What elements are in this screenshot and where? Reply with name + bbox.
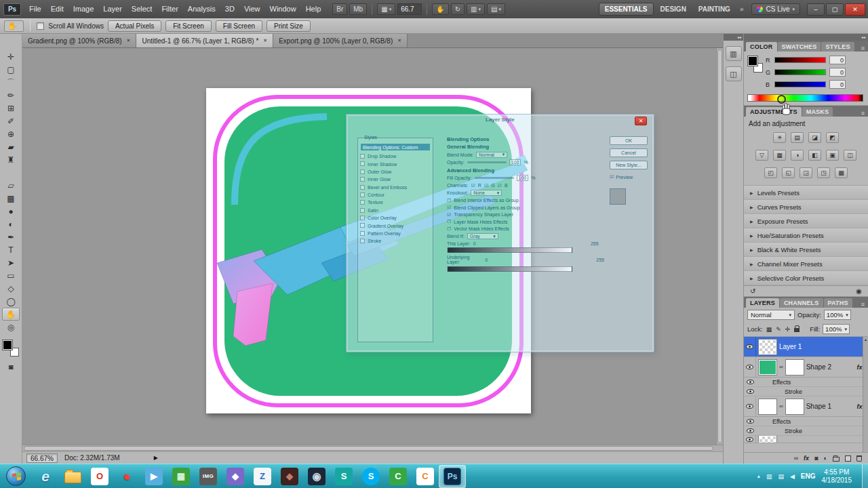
effects-row[interactable]: Effects [744, 417, 868, 426]
style-item[interactable]: Pattern Overlay [358, 230, 433, 237]
lock-all-icon[interactable] [794, 328, 800, 332]
scrollbar-thumb[interactable] [24, 446, 713, 451]
visibility-toggle[interactable] [744, 436, 756, 443]
blend-mode-dropdown[interactable]: Normal▾ [747, 310, 795, 320]
menu-analysis[interactable]: Analysis [183, 0, 220, 18]
style-item[interactable]: Outer Glow [358, 168, 433, 176]
action-center-icon[interactable]: ▥ [766, 473, 772, 480]
channel-b-checkbox[interactable]: ☑ [498, 183, 502, 188]
layer-row-shape-1[interactable]: ∞ Shape 1 fx▴ [744, 396, 868, 417]
start-button[interactable] [6, 466, 26, 486]
style-item-selected[interactable]: Blending Options: Custom [361, 144, 430, 150]
history-brush-tool[interactable] [2, 166, 20, 179]
current-tool-well[interactable]: ✋▾ [4, 20, 24, 32]
foreground-color-swatch[interactable] [748, 56, 757, 66]
rotate-view-button[interactable]: ↻ [451, 3, 465, 15]
network-icon[interactable]: ▤ [778, 473, 784, 480]
green-c-app-icon[interactable]: C [384, 465, 412, 488]
tab-export-png[interactable]: Export.png @ 100% (Layer 0, RGB/8) ✕ [273, 34, 408, 47]
red-slider[interactable] [774, 57, 826, 63]
vector-mask-thumbnail[interactable] [786, 399, 804, 414]
photo-filter-icon[interactable]: ▣ [826, 150, 839, 161]
layer-thumbnail[interactable] [759, 360, 776, 375]
horizontal-scrollbar[interactable] [22, 445, 723, 451]
transparency-shapes-checkbox[interactable]: ☑ [447, 212, 451, 218]
spot-healing-brush-tool[interactable]: ⊕ [2, 127, 20, 140]
blue-value[interactable]: 0 [829, 80, 846, 89]
skype-icon[interactable]: S [357, 465, 384, 488]
fx-badge[interactable]: fx [856, 403, 862, 410]
underlying-layer-gradient-slider[interactable] [447, 266, 572, 272]
tab-masks[interactable]: MASKS [802, 107, 833, 117]
purple-app-icon[interactable]: ◆ [222, 465, 249, 488]
layer-style-dialog[interactable]: Layer Style ✕ Styles Blending Options: C… [346, 114, 654, 352]
visibility-toggle[interactable] [744, 417, 756, 426]
channel-mixer-icon[interactable]: ◫ [844, 150, 856, 161]
menu-3d[interactable]: 3D [220, 0, 239, 18]
explorer-folder-icon[interactable] [59, 465, 86, 488]
actual-pixels-button[interactable]: Actual Pixels [108, 20, 161, 32]
this-layer-gradient-slider[interactable] [447, 247, 572, 253]
zoom-level-field[interactable]: 66.7 [397, 3, 422, 15]
vibrance-icon[interactable]: ▽ [755, 150, 768, 161]
path-selection-tool[interactable]: ➤ [2, 256, 20, 269]
show-hidden-icons-button[interactable]: ▴ [757, 473, 760, 479]
tab-untitled-1[interactable]: Untitled-1 @ 66.7% (Layer 1, RGB/8) * ✕ [136, 34, 273, 47]
levels-presets-item[interactable]: ▶Levels Presets [744, 186, 868, 200]
gradient-tool[interactable]: ▩ [2, 192, 20, 205]
tab-channels[interactable]: CHANNELS [780, 298, 823, 308]
brightness-contrast-icon[interactable]: ☀ [773, 132, 786, 143]
panel-menu-icon[interactable]: ≡ [858, 45, 868, 52]
scroll-all-windows-checkbox[interactable] [37, 22, 44, 30]
menu-filter[interactable]: Filter [157, 0, 182, 18]
visibility-toggle[interactable] [744, 378, 756, 386]
curves-presets-item[interactable]: ▶Curves Presets [744, 200, 868, 214]
hue-saturation-icon[interactable]: ▦ [773, 150, 786, 161]
eyedropper-tool[interactable]: ✐ [2, 115, 20, 127]
menu-edit[interactable]: Edit [46, 0, 68, 18]
add-layer-mask-icon[interactable]: ◙ [814, 455, 818, 462]
canvas-viewport[interactable]: Layer Style ✕ Styles Blending Options: C… [22, 48, 723, 445]
media-player-icon[interactable]: ▶ [140, 465, 167, 488]
fill-opacity-value[interactable]: 100 [517, 175, 529, 181]
tab-color[interactable]: COLOR [746, 42, 777, 52]
status-menu-arrow-icon[interactable]: ▶ [154, 455, 158, 461]
style-item[interactable]: Inner Shadow [358, 160, 433, 167]
quick-selection-tool[interactable]: ✏ [2, 89, 20, 102]
menu-image[interactable]: Image [68, 0, 99, 18]
teal-s-app-icon[interactable]: S [330, 465, 357, 488]
style-item[interactable]: Stroke [358, 237, 433, 245]
red-app-icon[interactable]: ● [113, 465, 140, 488]
opacity-slider[interactable] [467, 161, 507, 163]
visibility-toggle[interactable] [744, 357, 756, 377]
minimize-button[interactable]: – [807, 3, 825, 16]
layers-scrollbar[interactable]: ▴ [863, 337, 868, 452]
posterize-icon[interactable]: ◱ [782, 167, 795, 178]
tab-gradient-png[interactable]: Gradient.png @ 100% (RGB/8) ✕ [22, 34, 136, 47]
fx-badge[interactable]: fx [856, 364, 862, 371]
exposure-presets-item[interactable]: ▶Exposure Presets [744, 214, 868, 228]
dodge-tool[interactable]: ◐ [2, 218, 20, 230]
mini-bridge-button[interactable]: Mb [349, 3, 367, 15]
blue-slider[interactable] [774, 81, 826, 87]
scrollbar-thumb[interactable] [717, 49, 722, 443]
quick-mask-icon[interactable]: ◙ [9, 363, 14, 371]
blend-if-dropdown[interactable]: Gray▾ [467, 233, 498, 239]
info-panel-icon[interactable]: ◫ [726, 66, 742, 81]
style-item[interactable]: Satin [358, 207, 433, 214]
panel-menu-icon[interactable]: ≡ [858, 301, 868, 308]
lock-transparency-icon[interactable]: ▦ [766, 326, 772, 333]
new-group-icon[interactable] [833, 457, 840, 462]
type-tool[interactable]: T [2, 243, 20, 256]
black-white-icon[interactable]: ◧ [808, 150, 821, 161]
menu-select[interactable]: Select [127, 0, 157, 18]
fill-field[interactable]: 100%▾ [823, 324, 850, 334]
style-item[interactable]: Texture [358, 199, 433, 206]
style-item[interactable]: Drop Shadow [358, 152, 433, 160]
blend-clipped-checkbox[interactable]: ☑ [447, 205, 451, 210]
move-tool[interactable]: ✛ [2, 50, 20, 63]
knockout-dropdown[interactable]: None▾ [471, 190, 502, 196]
channel-g-checkbox[interactable]: ☑ [484, 183, 488, 188]
workspace-essentials[interactable]: ESSENTIALS [599, 3, 654, 16]
3d-orbit-tool[interactable]: ◯ [2, 295, 20, 308]
